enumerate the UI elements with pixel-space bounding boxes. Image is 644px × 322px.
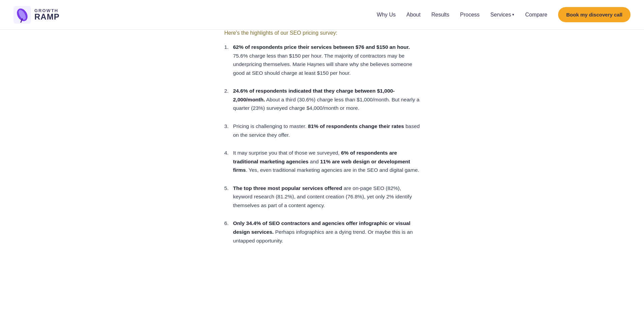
right-sidebar	[433, 0, 588, 292]
nav-link-results[interactable]: Results	[431, 12, 449, 18]
list-number-4: 4.	[224, 149, 231, 174]
takeaways-list: 1. 62% of respondents price their servic…	[224, 43, 420, 245]
list-item: 2. 24.6% of respondents indicated that t…	[224, 87, 420, 112]
list-number-3: 3.	[224, 122, 231, 139]
list-item: 1. 62% of respondents price their servic…	[224, 43, 420, 77]
intro-text: Here's the highlights of our SEO pricing…	[224, 30, 420, 36]
list-bold-6: Only 34.4% of SEO contractors and agenci…	[233, 220, 410, 235]
list-bold-1: 62% of respondents price their services …	[233, 44, 410, 50]
left-sidebar	[56, 0, 211, 292]
logo-icon	[13, 6, 31, 24]
list-content-5: The top three most popular services offe…	[233, 184, 420, 210]
list-bold-5: The top three most popular services offe…	[233, 185, 342, 191]
list-item: 3. Pricing is challenging to master. 81%…	[224, 122, 420, 139]
list-content-3: Pricing is challenging to master. 81% of…	[233, 122, 420, 139]
list-content-4: It may surprise you that of those we sur…	[233, 149, 420, 174]
nav-link-about[interactable]: About	[406, 12, 421, 18]
nav-link-why-us[interactable]: Why Us	[377, 12, 396, 18]
nav-link-compare[interactable]: Compare	[525, 12, 547, 18]
main-content: Top Takeaways Here's the highlights of o…	[211, 0, 433, 292]
list-item: 6. Only 34.4% of SEO contractors and age…	[224, 219, 420, 245]
page-layout: Top Takeaways Here's the highlights of o…	[0, 0, 644, 292]
logo[interactable]: GROWTH RAMP	[13, 6, 60, 24]
list-bold-3: 81% of respondents change their rates	[308, 123, 404, 129]
list-content-2: 24.6% of respondents indicated that they…	[233, 87, 420, 112]
list-item: 5. The top three most popular services o…	[224, 184, 420, 210]
list-content-6: Only 34.4% of SEO contractors and agenci…	[233, 219, 420, 245]
list-number-2: 2.	[224, 87, 231, 112]
navigation: GROWTH RAMP Why Us About Results Process…	[0, 0, 644, 30]
nav-services-label: Services	[490, 12, 511, 18]
nav-link-process[interactable]: Process	[460, 12, 480, 18]
book-discovery-call-button[interactable]: Book my discovery call	[558, 7, 631, 22]
list-bold-2: 24.6% of respondents indicated that they…	[233, 88, 395, 102]
nav-link-services[interactable]: Services ▾	[490, 12, 514, 18]
list-item: 4. It may surprise you that of those we …	[224, 149, 420, 174]
list-number-6: 6.	[224, 219, 231, 245]
list-number-5: 5.	[224, 184, 231, 210]
nav-links: Why Us About Results Process Services ▾ …	[377, 7, 631, 22]
list-number-1: 1.	[224, 43, 231, 77]
chevron-down-icon: ▾	[512, 12, 514, 17]
list-content-1: 62% of respondents price their services …	[233, 43, 420, 77]
logo-text: GROWTH RAMP	[34, 8, 60, 21]
logo-ramp-text: RAMP	[34, 13, 60, 21]
